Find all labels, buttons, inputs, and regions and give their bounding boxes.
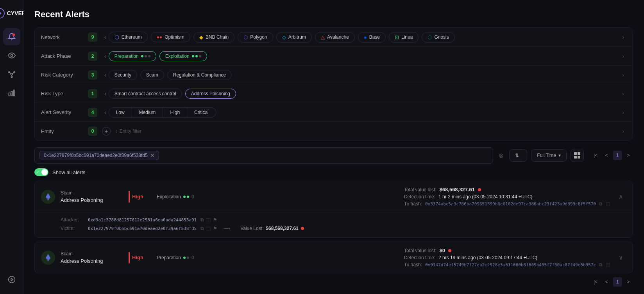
page-prev-btn[interactable]: < [602, 151, 611, 160]
attack-phase-next-btn[interactable]: › [620, 52, 626, 61]
risk-category-prev-btn[interactable]: ‹ [102, 70, 109, 80]
alert-1-value: $68,568,327.61 [440, 187, 475, 192]
alert-1-severity: High [129, 191, 143, 203]
entity-placeholder: Entity filter [120, 128, 141, 134]
network-optimism[interactable]: ●● Optimism [151, 32, 190, 42]
filter-row-attack-phase: Attack Phase 2 ‹ Preparation Exploitatio… [35, 47, 633, 66]
network-gnosis[interactable]: ⬡ Gnosis [422, 32, 454, 43]
alert-1-time-label: Detection time: [404, 194, 435, 200]
sidebar-item-play[interactable] [3, 271, 20, 288]
page-bottom-current: 1 [613, 277, 622, 287]
sidebar-item-chart[interactable] [3, 84, 20, 102]
risk-type-items: Smart contract access control Address Po… [109, 89, 620, 99]
alert-1-time-row: Detection time: 1 hr 2 mins ago (03-05-2… [404, 194, 610, 200]
risk-category-next-btn[interactable]: › [620, 70, 626, 80]
risk-type-prev-btn[interactable]: ‹ [102, 89, 109, 98]
risk-type-count: 1 [88, 89, 97, 98]
time-filter-btn[interactable]: Full Time ▾ [531, 149, 567, 162]
network-arbitrum[interactable]: ◇ Arbitrum [276, 32, 312, 43]
page-bottom-first-btn[interactable]: |< [591, 277, 600, 287]
pagination-bottom: |< < 1 > [34, 277, 633, 287]
grid-view-btn[interactable] [571, 149, 584, 162]
victim-label: Victim: [61, 226, 84, 231]
type-address-poisoning[interactable]: Address Poisoning [185, 89, 236, 99]
clear-search-btn[interactable]: ⊗ [497, 150, 505, 161]
alert-1-phase-text: Exploitation [157, 194, 181, 200]
filter-panel: Network 9 ‹ ⬡ Ethereum ●● Optimism ◆ BNB… [34, 27, 633, 141]
copy-hash-2-btn[interactable]: ⧉ [599, 262, 603, 267]
page-bottom-prev-btn[interactable]: < [602, 277, 611, 287]
severity-count: 4 [88, 108, 97, 117]
pagination-top: |< < 1 > [591, 151, 633, 160]
svg-rect-16 [574, 152, 577, 155]
search-tag-close[interactable]: ✕ [150, 152, 155, 159]
attacker-address: 0xd9a1c3788d81257612e2581a6ea0ada244853a… [88, 217, 197, 223]
network-linea[interactable]: ⊡ Linea [389, 32, 419, 43]
network-polygon[interactable]: ⬡ Polygon [238, 32, 273, 43]
network-ethereum[interactable]: ⬡ Ethereum [109, 32, 148, 43]
search-box[interactable]: 0x1e227979f0b5bc691a70deaed2e0f39a6f538f… [34, 147, 493, 164]
severity-low[interactable]: Low [109, 107, 132, 118]
entity-prev-btn[interactable]: ‹ [113, 127, 120, 136]
network-avalanche[interactable]: △ Avalanche [315, 32, 355, 43]
page-first-btn[interactable]: |< [591, 151, 600, 160]
filter-row-network: Network 9 ‹ ⬡ Ethereum ●● Optimism ◆ BNB… [35, 28, 633, 47]
severity-medium[interactable]: Medium [132, 107, 163, 118]
show-all-toggle[interactable]: ✓ [34, 168, 48, 176]
svg-point-7 [11, 76, 12, 77]
network-base[interactable]: ● Base [358, 32, 386, 43]
alert-1-collapse-btn[interactable]: ∧ [615, 191, 626, 202]
category-regulation[interactable]: Regulation & Compliance [167, 70, 232, 80]
entity-label: Entity [41, 128, 88, 134]
phase-preparation[interactable]: Preparation [109, 51, 156, 61]
alert-2-hash-row: Tx hash: 0x9147d74ef5749b7f27eb2e2528e5a… [404, 262, 610, 267]
severity-label: Alert Severity [41, 109, 88, 115]
attack-phase-prev-btn[interactable]: ‹ [102, 52, 109, 61]
alert-1-phase: Exploitation 0 [157, 194, 194, 200]
category-scam[interactable]: Scam [140, 70, 164, 80]
network-prev-btn[interactable]: ‹ [102, 32, 109, 42]
entity-next-btn[interactable]: › [620, 127, 626, 136]
page-bottom-next-btn[interactable]: > [624, 277, 633, 287]
copy-attacker-btn[interactable]: ⧉ [200, 217, 204, 223]
copy-hash-1-btn[interactable]: ⧉ [599, 201, 603, 207]
sidebar-item-eye[interactable] [3, 47, 20, 64]
severity-next-btn[interactable]: › [620, 108, 626, 117]
risk-type-next-btn[interactable]: › [620, 89, 626, 98]
network-count: 9 [88, 32, 97, 42]
sidebar-item-notifications[interactable] [3, 28, 20, 45]
search-tag-value: 0x1e227979f0b5bc691a70deaed2e0f39a6f538f… [44, 153, 148, 158]
alert-2-category: Scam [61, 251, 115, 257]
alert-1-network-logo [41, 190, 55, 204]
link-hash-1-btn[interactable]: ⬚ [606, 201, 610, 207]
severity-high[interactable]: High [163, 107, 187, 118]
phase-exploitation[interactable]: Exploitation [159, 51, 207, 61]
link-attacker-btn[interactable]: ⬚ [206, 217, 211, 223]
alert-1-details: Attacker: 0xd9a1c3788d81257612e2581a6ea0… [35, 212, 633, 237]
sort-btn[interactable]: ⇅ [509, 149, 527, 162]
svg-line-9 [12, 73, 13, 74]
sidebar-item-network[interactable] [3, 66, 20, 83]
alert-2-type: Address Poisoning [61, 258, 115, 264]
entity-add-btn[interactable]: + [102, 127, 111, 135]
type-smart-contract[interactable]: Smart contract access control [109, 89, 182, 99]
category-security[interactable]: Security [109, 70, 137, 80]
alert-2-expand-btn[interactable]: ∨ [615, 252, 626, 263]
alert-2-value-dot [448, 249, 451, 252]
alert-2-time-label: Detection time: [404, 255, 435, 260]
network-bnbchain[interactable]: ◆ BNB Chain [193, 32, 234, 43]
severity-prev-btn[interactable]: ‹ [102, 108, 109, 117]
alert-card-1: Scam Address Poisoning High Exploitation… [34, 181, 633, 238]
copy-victim-btn[interactable]: ⧉ [200, 226, 204, 231]
flag-victim-btn[interactable]: ⚑ [213, 226, 217, 231]
severity-critical[interactable]: Critical [187, 107, 216, 118]
page-next-btn[interactable]: > [624, 151, 633, 160]
filter-row-severity: Alert Severity 4 ‹ Low Medium High Criti… [35, 103, 633, 122]
network-next-btn[interactable]: › [620, 32, 626, 42]
link-hash-2-btn[interactable]: ⬚ [606, 262, 610, 267]
flag-attacker-btn[interactable]: ⚑ [213, 217, 217, 223]
alert-1-time: 1 hr 2 mins ago (03-05-2024 10:31:44 +UT… [438, 194, 532, 200]
main-content: Recent Alerts Network 9 ‹ ⬡ Ethereum ●● … [23, 0, 644, 294]
link-victim-btn[interactable]: ⬚ [206, 226, 211, 231]
alert-card-2: Scam Address Poisoning High Preparation … [34, 242, 633, 273]
